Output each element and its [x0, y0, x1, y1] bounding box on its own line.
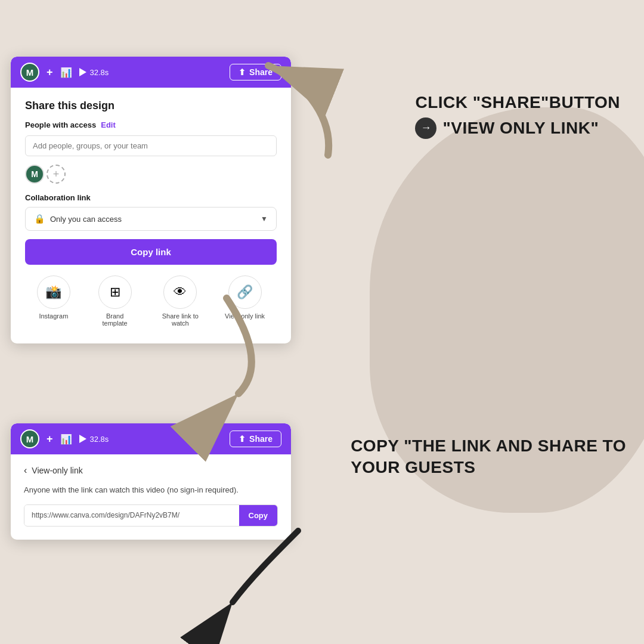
- share-icon-brand[interactable]: ⊞ Brand template: [94, 275, 136, 327]
- instagram-label: Instagram: [39, 312, 68, 320]
- upload-icon-bottom: ⬆: [239, 434, 246, 444]
- play-time-bottom: 32.8s: [90, 435, 109, 444]
- arrow-bottom-container: [215, 519, 322, 617]
- lock-icon: 🔒: [34, 213, 45, 224]
- back-arrow-icon[interactable]: ‹: [24, 465, 27, 476]
- avatar-bottom: M: [20, 429, 39, 448]
- arrow-mid-container: [179, 286, 298, 408]
- collab-link-label: Collaboration link: [25, 193, 277, 202]
- arrow-top-svg: [239, 54, 358, 173]
- edit-link[interactable]: Edit: [101, 120, 116, 129]
- collab-dropdown-left: 🔒 Only you can access: [34, 213, 122, 224]
- instruction-step1: CLICK "SHARE"BUTTON → "VIEW ONLY LINK": [415, 92, 620, 139]
- chart-icon: 📊: [60, 67, 72, 78]
- access-text: Only you can access: [50, 215, 122, 224]
- instruction-step2-line1: COPY "THE LINK AND SHARE TO: [351, 435, 626, 457]
- instruction-step2: COPY "THE LINK AND SHARE TO YOUR GUESTS: [351, 435, 626, 479]
- toolbar-bottom: M + 📊 32.8s ⬆ Share: [11, 423, 291, 454]
- play-control: 32.8s: [79, 68, 109, 77]
- user-avatar-m: M: [25, 165, 44, 184]
- plus-icon-bottom: +: [47, 433, 53, 445]
- view-only-title: View-only link: [32, 466, 82, 475]
- play-icon-bottom: [79, 435, 86, 443]
- share-button-bottom[interactable]: ⬆ Share: [230, 431, 281, 447]
- brand-template-icon: ⊞: [98, 275, 132, 309]
- play-icon: [79, 68, 86, 76]
- arrow-mid-svg: [179, 286, 298, 405]
- instruction-line2: → "VIEW ONLY LINK": [415, 117, 620, 139]
- share-icon-instagram[interactable]: 📸 Instagram: [37, 275, 70, 327]
- plus-icon: +: [47, 66, 53, 79]
- arrow-top-container: [239, 54, 358, 175]
- view-only-description: Anyone with the link can watch this vide…: [24, 484, 278, 496]
- play-control-bottom: 32.8s: [79, 435, 109, 444]
- link-url-text: https://www.canva.com/design/DAFrNy2vB7M…: [24, 505, 239, 525]
- arrow-right-circle-icon: →: [415, 117, 436, 139]
- copy-link-button[interactable]: Copy link: [25, 239, 277, 265]
- add-avatar-button[interactable]: +: [47, 165, 66, 184]
- arrow-bottom-svg: [215, 519, 322, 614]
- collab-dropdown[interactable]: 🔒 Only you can access ▼: [25, 207, 277, 231]
- brand-template-label: Brand template: [94, 312, 136, 327]
- chart-icon-bottom: 📊: [60, 434, 72, 445]
- instagram-icon: 📸: [37, 275, 70, 309]
- people-access-label: People with access: [25, 120, 96, 129]
- share-label-bottom: Share: [249, 434, 273, 444]
- play-time: 32.8s: [90, 68, 109, 77]
- chevron-down-icon: ▼: [261, 215, 268, 223]
- back-row: ‹ View-only link: [24, 465, 278, 476]
- instruction-step2-line2: YOUR GUESTS: [351, 457, 626, 478]
- avatar: M: [20, 63, 39, 82]
- instruction-line1: CLICK "SHARE"BUTTON: [415, 92, 620, 113]
- instruction-line2-text: "VIEW ONLY LINK": [442, 119, 599, 138]
